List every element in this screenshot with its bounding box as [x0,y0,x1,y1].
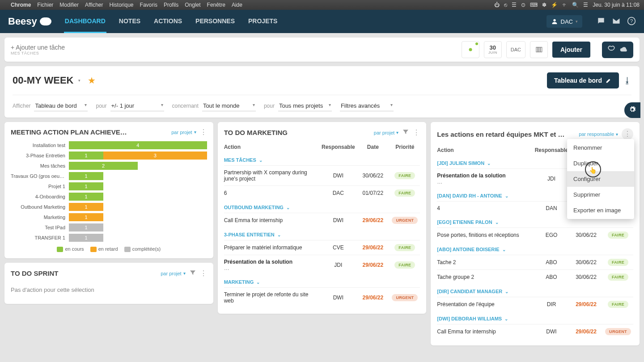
nav-actions[interactable]: ACTIONS [153,10,183,33]
table-section-header[interactable]: [DIR] CANDIDAT MANAGER ⌄ [437,284,633,297]
user-menu[interactable]: DAC ▾ [547,15,582,28]
card-sort[interactable]: par responsable▾ [579,131,618,137]
card-sort[interactable]: par projet▾ [171,130,196,135]
menubar-item[interactable]: Aide [232,2,242,8]
table-row[interactable]: Tache groupe 2ABO30/06/22FAIRE [437,269,633,284]
card-actions-retard: Les actions en retard équipes MKT et … p… [431,122,640,345]
mail-icon[interactable] [612,17,621,27]
app-topnav: Beesy DASHBOARD NOTES ACTIONS PERSONNES … [0,10,644,33]
page-title-dropdown[interactable]: ▾ [78,78,80,83]
menubar-item[interactable]: Fenêtre [207,2,225,8]
menubar-item[interactable]: Modifier [59,2,79,8]
col-date: Date [356,144,390,150]
filter-pour2-select[interactable]: Tous mes projets [278,101,332,111]
menubar-item[interactable]: Afficher [85,2,103,8]
filter-pour-label: pour [96,103,106,109]
card-menu-icon[interactable]: ⋮ [200,129,207,136]
table-row[interactable]: Call Emma for internshipDWI29/06/22URGEN… [437,324,633,339]
logo-icon [40,17,51,25]
mac-menubar: Chrome Fichier Modifier Afficher Histori… [0,0,644,10]
filter-concernant-label: concernant [172,103,199,109]
table-row[interactable]: Tache 2ABO30/06/22FAIRE [437,255,633,269]
menubar-item[interactable]: Profils [164,2,178,8]
ctx-menu-item[interactable]: Exporter en image [567,202,634,218]
card-menu-icon[interactable]: ⋮ [413,129,420,136]
settings-gear-tab[interactable] [624,102,640,118]
nav-personnes[interactable]: PERSONNES [195,10,236,33]
ctx-menu-item[interactable]: Supprimer [567,187,634,202]
svg-rect-5 [538,47,540,52]
nav-projets[interactable]: PROJETS [247,10,278,33]
menubar-item[interactable]: Favoris [140,2,157,8]
ctx-menu-item[interactable]: Configurer [567,171,634,187]
table-section-header[interactable]: MARKETING ⌄ [224,275,420,287]
nav-dashboard[interactable]: DASHBOARD [64,10,106,33]
task-date-month: JUIN [488,51,497,55]
card-meeting-plan: MEETING ACTION PLAN ACHIEVE… par projet▾… [4,122,213,258]
chart-bar: 1 [69,234,207,242]
task-add-button[interactable]: Ajouter [552,42,590,58]
filter-afficher-select[interactable]: Tableau de bord [34,101,88,111]
table-row[interactable]: Présentation de la solution…JDI29/06/22F… [224,255,420,275]
task-columns-btn[interactable] [530,41,548,58]
chart-bar-label: Mes tâches [11,163,69,168]
ctx-menu-item[interactable]: Renommer [567,140,634,156]
table-row[interactable]: Présentation de l'équipeDIR29/06/22FAIRE [437,297,633,311]
card-menu-icon[interactable]: ⋮ [200,270,207,277]
chart-legend: en cours en retard complétée(s) [11,246,207,252]
menubar-item[interactable]: Fichier [37,2,53,8]
table-row[interactable]: Pose portes, finitions et réceptionsEGO3… [437,227,633,242]
filter-pour-select[interactable]: +/- 1 jour [110,101,164,111]
card-sort[interactable]: par projet▾ [374,130,398,135]
favorite-star-icon[interactable]: ★ [88,75,96,86]
ctx-menu-item[interactable]: Dupliquer [567,156,634,171]
help-icon[interactable]: ? [627,17,636,27]
menubar-status: ⏻⎋☰⊙⌨✽⚡ᯤ🔍☰ Jeu. 30 juin à 11:08 [494,2,640,8]
filter-concernant-select[interactable]: Tout le monde [202,101,256,111]
table-section-header[interactable]: [ABO] ANTOINE BOISERIE ⌄ [437,242,633,255]
table-row[interactable]: Partnership with X company during june's… [224,165,420,185]
chart-bar-label: 3-Phase Entretien [11,153,69,158]
page-header-card: 00-MY WEEK ▾ ★ Tableau de bord ⭳ Affiche… [4,66,640,118]
cloud-download-icon[interactable] [620,45,628,55]
filter-bar: Afficher Tableau de bord pour +/- 1 jour… [13,95,631,118]
task-date-btn[interactable]: 30 JUIN [484,41,502,58]
filter-advanced-select[interactable]: Filtres avancés [340,101,394,111]
card-menu-icon[interactable]: ⋮ [622,128,633,140]
table-section-header[interactable]: MES TÂCHES ⌄ [224,153,420,165]
table-row[interactable]: Call Emma for internshipDWI29/06/22URGEN… [224,213,420,227]
chat-icon[interactable] [597,17,606,27]
chart-bar: 1 [69,213,207,221]
task-status-btn[interactable] [462,41,479,58]
filter-icon[interactable] [402,128,409,137]
chart-bar: 1 [69,172,207,180]
download-icon[interactable]: ⭳ [623,76,631,85]
card-todo-marketing: TO DO MARKETING par projet▾ ⋮ Action Res… [218,122,427,314]
user-label: DAC [561,18,573,25]
table-row[interactable]: 6DAC01/07/22FAIRE [224,185,420,200]
menubar-item[interactable]: Onglet [185,2,200,8]
dashboard-edit-button[interactable]: Tableau de bord [547,72,619,88]
svg-rect-4 [536,47,538,52]
col-resp: Responsable [534,147,569,153]
menubar-item[interactable]: Historique [110,2,134,8]
quick-task-input[interactable] [11,44,89,51]
table-section-header[interactable]: [DWI] DEBORAH WILLIAMS ⌄ [437,311,633,324]
card-sort[interactable]: par projet▾ [161,271,185,276]
chart-bar-label: TRANSFER 1 [11,235,69,240]
chart-bar: 1 [69,182,207,190]
svg-point-0 [553,19,555,21]
table-section-header[interactable]: OUTBOUND MARKETING ⌄ [224,200,420,213]
dashboard-btn-label: Tableau de bord [554,77,602,84]
card-title: TO DO SPRINT [11,269,157,277]
logo[interactable]: Beesy [8,16,51,27]
task-user-btn[interactable]: DAC [506,41,525,58]
table-row[interactable]: Préparer le matériel informatiqueCVE29/0… [224,240,420,255]
nav-notes[interactable]: NOTES [118,10,141,33]
filter-icon[interactable] [189,269,196,278]
link-icon[interactable] [607,45,615,55]
pencil-icon [606,77,612,84]
svg-rect-6 [540,47,542,52]
table-row[interactable]: Terminer le projet de refonte du site we… [224,287,420,307]
table-section-header[interactable]: 3-PHASE ENTRETIEN ⌄ [224,227,420,240]
